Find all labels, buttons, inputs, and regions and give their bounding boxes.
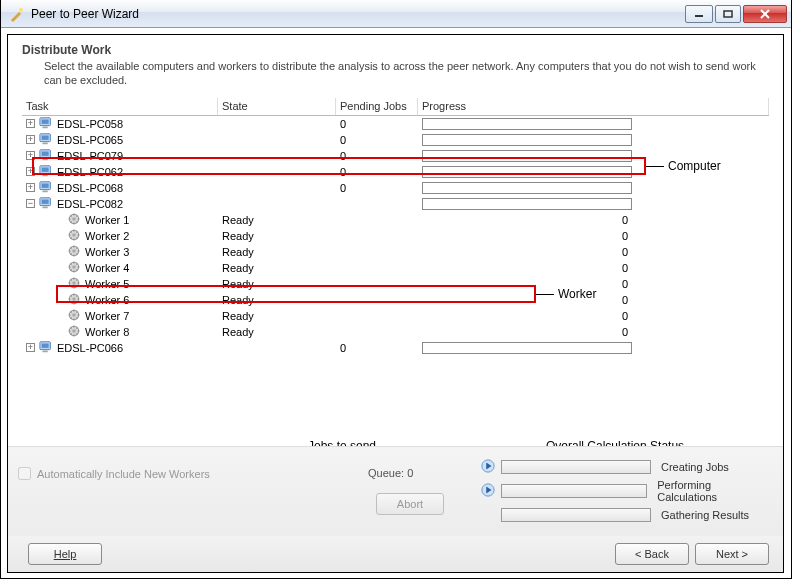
worker-row[interactable]: Worker 6Ready0	[22, 292, 769, 308]
computer-row[interactable]: +EDSL-PC0660	[22, 340, 769, 356]
col-progress[interactable]: Progress	[418, 98, 769, 115]
wizard-icon	[9, 6, 25, 22]
callout-line	[536, 294, 554, 295]
node-name: EDSL-PC058	[57, 118, 123, 130]
back-button[interactable]: < Back	[615, 543, 689, 565]
abort-button[interactable]: Abort	[376, 493, 444, 515]
callout-line	[646, 166, 664, 167]
node-name: Worker 2	[85, 230, 129, 242]
status-progress-bar	[501, 460, 651, 474]
worker-row[interactable]: Worker 2Ready0	[22, 228, 769, 244]
pending-cell: 0	[336, 150, 418, 162]
close-button[interactable]	[743, 5, 787, 23]
pending-cell: 0	[336, 182, 418, 194]
auto-include-checkbox[interactable]	[18, 467, 31, 480]
next-button[interactable]: Next >	[695, 543, 769, 565]
worker-row[interactable]: Worker 7Ready0	[22, 308, 769, 324]
svg-point-24	[72, 217, 76, 221]
worker-row[interactable]: Worker 4Ready0	[22, 260, 769, 276]
progress-value: 0	[422, 262, 632, 274]
node-name: Worker 6	[85, 294, 129, 306]
svg-point-26	[72, 233, 76, 237]
play-icon	[481, 483, 501, 499]
computer-row[interactable]: +EDSL-PC0580	[22, 116, 769, 132]
titlebar[interactable]: Peer to Peer Wizard	[1, 0, 791, 28]
svg-rect-2	[724, 11, 732, 17]
state-cell: Ready	[218, 230, 336, 242]
col-state[interactable]: State	[218, 98, 336, 115]
progress-value: 0	[422, 214, 632, 226]
help-button[interactable]: Help	[28, 543, 102, 565]
worker-row[interactable]: Worker 3Ready0	[22, 244, 769, 260]
worker-icon	[67, 228, 85, 244]
worker-row[interactable]: Worker 5Ready0	[22, 276, 769, 292]
callout-worker: Worker	[558, 287, 596, 301]
node-name: Worker 1	[85, 214, 129, 226]
computer-row[interactable]: +EDSL-PC0650	[22, 132, 769, 148]
pending-cell: 0	[336, 134, 418, 146]
progress-value: 0	[422, 230, 632, 242]
expand-icon[interactable]: +	[26, 151, 35, 160]
svg-rect-22	[43, 206, 48, 208]
worker-row[interactable]: Worker 8Ready0	[22, 324, 769, 340]
progress-bar	[422, 182, 632, 194]
footer: Help < Back Next >	[8, 536, 783, 572]
svg-rect-13	[43, 158, 48, 160]
expand-icon[interactable]: +	[26, 135, 35, 144]
progress-bar	[422, 166, 632, 178]
status-label: Gathering Results	[661, 509, 749, 521]
minimize-button[interactable]	[685, 5, 713, 23]
svg-rect-9	[42, 135, 49, 139]
state-cell: Ready	[218, 214, 336, 226]
svg-rect-18	[42, 183, 49, 187]
maximize-button[interactable]	[715, 5, 741, 23]
expand-icon[interactable]: +	[26, 183, 35, 192]
svg-point-28	[72, 249, 76, 253]
node-name: EDSL-PC082	[57, 198, 123, 210]
computer-icon	[39, 116, 57, 132]
svg-point-34	[72, 297, 76, 301]
state-cell: Ready	[218, 246, 336, 258]
worker-icon	[67, 276, 85, 292]
svg-point-32	[72, 281, 76, 285]
status-progress-bar	[501, 508, 651, 522]
expand-icon[interactable]: +	[26, 343, 35, 352]
node-name: EDSL-PC068	[57, 182, 123, 194]
state-cell: Ready	[218, 262, 336, 274]
expand-icon[interactable]: +	[26, 119, 35, 128]
col-task[interactable]: Task	[22, 98, 218, 115]
collapse-icon[interactable]: −	[26, 199, 35, 208]
window-title: Peer to Peer Wizard	[31, 7, 683, 21]
computer-row[interactable]: +EDSL-PC0680	[22, 180, 769, 196]
worker-row[interactable]: Worker 1Ready0	[22, 212, 769, 228]
node-name: EDSL-PC065	[57, 134, 123, 146]
state-cell: Ready	[218, 326, 336, 338]
status-row: Creating Jobs	[481, 455, 771, 479]
status-label: Creating Jobs	[661, 461, 729, 473]
col-pending[interactable]: Pending Jobs	[336, 98, 418, 115]
pending-cell: 0	[336, 342, 418, 354]
svg-rect-7	[43, 126, 48, 128]
worker-icon	[67, 324, 85, 340]
auto-include-label: Automatically Include New Workers	[37, 468, 210, 480]
worker-icon	[67, 292, 85, 308]
progress-value: 0	[422, 246, 632, 258]
progress-value: 0	[422, 326, 632, 338]
svg-rect-19	[43, 190, 48, 192]
bottom-panel: Automatically Include New Workers Queue:…	[8, 446, 783, 536]
pending-cell: 0	[336, 118, 418, 130]
computer-icon	[39, 340, 57, 356]
computer-row[interactable]: −EDSL-PC082	[22, 196, 769, 212]
status-label: Performing Calculations	[657, 479, 771, 503]
computer-row[interactable]: +EDSL-PC0790	[22, 148, 769, 164]
worker-icon	[67, 260, 85, 276]
pending-cell: 0	[336, 166, 418, 178]
page-title: Distribute Work	[22, 43, 769, 57]
worker-icon	[67, 244, 85, 260]
column-header-row: Task State Pending Jobs Progress	[22, 98, 769, 116]
worker-icon	[67, 308, 85, 324]
queue-label: Queue: 0	[368, 467, 413, 479]
computer-icon	[39, 164, 57, 180]
node-name: Worker 5	[85, 278, 129, 290]
expand-icon[interactable]: +	[26, 167, 35, 176]
